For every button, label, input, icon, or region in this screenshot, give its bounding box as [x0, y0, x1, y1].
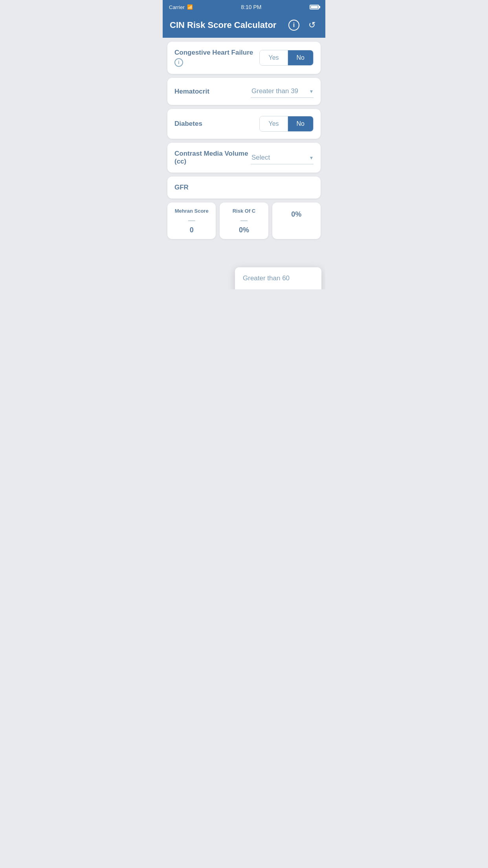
- congestive-heart-failure-card: Congestive Heart Failure i Yes No: [167, 42, 321, 74]
- info-button[interactable]: i: [288, 19, 300, 31]
- mehran-score-title: Mehran Score: [171, 208, 212, 214]
- chf-yes-button[interactable]: Yes: [260, 50, 288, 65]
- chf-label-group: Congestive Heart Failure i: [174, 49, 253, 67]
- mehran-score-value: 0: [171, 226, 212, 234]
- status-bar-time: 8:10 PM: [241, 4, 261, 10]
- hematocrit-dropdown[interactable]: Greater than 39 ▾: [251, 85, 314, 98]
- refresh-icon: ↺: [308, 20, 316, 30]
- main-content: Congestive Heart Failure i Yes No Hemato…: [163, 38, 325, 243]
- extra-score-card: 0%: [272, 202, 321, 239]
- risk-score-value: 0%: [224, 226, 264, 234]
- hematocrit-value: Greater than 39: [251, 87, 298, 95]
- app-header: CIN Risk Score Calculator i ↺: [163, 14, 325, 38]
- diabetes-no-button[interactable]: No: [288, 116, 313, 131]
- app-title: CIN Risk Score Calculator: [170, 20, 276, 30]
- chf-no-button[interactable]: No: [288, 50, 313, 65]
- refresh-button[interactable]: ↺: [306, 19, 318, 31]
- contrast-media-value: Select: [251, 154, 270, 162]
- diabetes-card: Diabetes Yes No: [167, 109, 321, 139]
- score-row: Mehran Score — 0 Risk Of C — 0% 0%: [167, 202, 321, 239]
- gfr-card-row: GFR: [174, 184, 314, 191]
- header-icons: i ↺: [288, 19, 318, 31]
- diabetes-toggle-group: Yes No: [259, 116, 314, 132]
- status-bar-right: [310, 5, 319, 9]
- chf-info-icon[interactable]: i: [174, 58, 183, 67]
- hematocrit-card-row: Hematocrit Greater than 39 ▾: [174, 85, 314, 98]
- contrast-media-dropdown[interactable]: Select ▾: [251, 151, 314, 164]
- diabetes-label: Diabetes: [174, 120, 202, 128]
- status-bar: Carrier 📶 8:10 PM: [163, 0, 325, 14]
- battery-icon: [310, 5, 319, 9]
- contrast-media-label: Contrast Media Volume (cc): [174, 150, 251, 166]
- carrier-label: Carrier: [169, 4, 185, 10]
- contrast-media-chevron: ▾: [310, 154, 313, 161]
- contrast-media-dropdown-menu: Greater than 60 40-60 20-40 Less than 20: [235, 267, 321, 289]
- gfr-card: GFR: [167, 177, 321, 199]
- wifi-icon: 📶: [187, 4, 193, 10]
- chf-label: Congestive Heart Failure: [174, 49, 253, 57]
- dropdown-item-gt60[interactable]: Greater than 60: [235, 267, 321, 289]
- contrast-media-card-row: Contrast Media Volume (cc) Select ▾: [174, 150, 314, 166]
- risk-score-dash: —: [224, 216, 264, 224]
- hematocrit-label: Hematocrit: [174, 88, 209, 96]
- info-icon: i: [288, 20, 299, 31]
- diabetes-card-row: Diabetes Yes No: [174, 116, 314, 132]
- status-bar-left: Carrier 📶: [169, 4, 193, 10]
- hematocrit-card: Hematocrit Greater than 39 ▾: [167, 78, 321, 105]
- mehran-score-card: Mehran Score — 0: [167, 202, 216, 239]
- extra-score-value: 0%: [276, 210, 317, 219]
- contrast-media-card: Contrast Media Volume (cc) Select ▾: [167, 143, 321, 173]
- mehran-score-dash: —: [171, 216, 212, 224]
- risk-score-title: Risk Of C: [224, 208, 264, 214]
- gfr-label: GFR: [174, 184, 189, 191]
- diabetes-yes-button[interactable]: Yes: [260, 116, 288, 131]
- risk-score-card: Risk Of C — 0%: [220, 202, 268, 239]
- chf-toggle-group: Yes No: [259, 50, 314, 66]
- hematocrit-chevron: ▾: [310, 88, 313, 94]
- chf-card-row: Congestive Heart Failure i Yes No: [174, 49, 314, 67]
- chf-info-row: i: [174, 58, 253, 67]
